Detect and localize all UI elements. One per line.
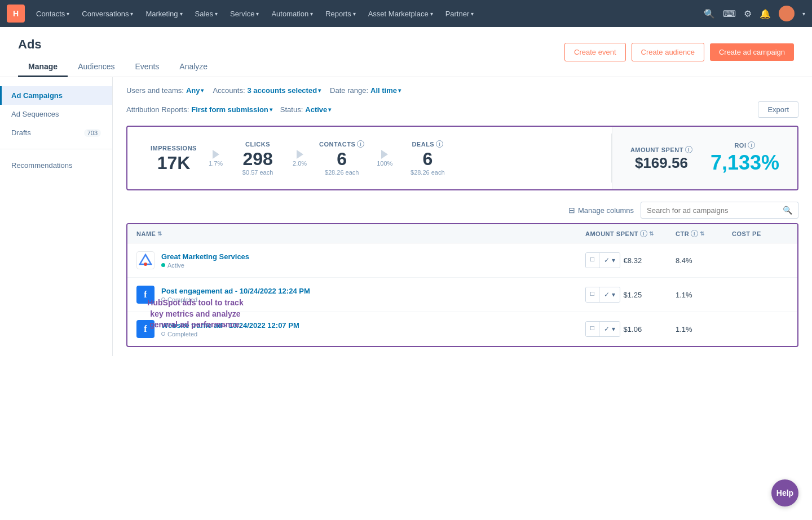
roi-metric: ROI i 7,133% [710,141,779,175]
tab-events[interactable]: Events [125,57,170,77]
settings-icon[interactable]: ⚙ [744,8,752,19]
sidebar-item-ad-campaigns[interactable]: Ad Campaigns [0,86,112,105]
nav-asset-marketplace[interactable]: Asset Marketplace ▾ [363,7,439,20]
chevron-down-icon: ▾ [398,87,401,94]
roi-info-icon[interactable]: i [748,141,755,149]
chevron-down-icon: ▾ [328,106,331,113]
metrics-card: IMPRESSIONS 17K 1.7% CLICKS [126,126,798,190]
columns-icon: ⊟ [568,206,575,215]
row-action-dropdown-2[interactable]: ✓ ▾ [599,287,619,302]
tab-manage[interactable]: Manage [18,57,68,77]
row-action-dropdown-1[interactable]: ✓ ▾ [599,253,619,268]
deals-label: DEALS i [412,140,443,148]
campaign-name-3[interactable]: Website traffic ad - 10/24/2022 12:07 PM [161,321,299,330]
date-range-value[interactable]: All time ▾ [370,86,401,95]
users-teams-value[interactable]: Any ▾ [186,86,204,95]
manage-columns-button[interactable]: ⊟ Manage columns [568,206,634,215]
campaign-name-1[interactable]: Great Marketing Services [161,252,249,261]
filters-bar: Users and teams: Any ▾ Accounts: 3 accou… [126,86,798,95]
hubspot-logo[interactable]: H [7,5,25,23]
contacts-label: CONTACTS i [319,140,364,148]
keyboard-icon[interactable]: ⌨ [723,8,736,19]
notifications-icon[interactable]: 🔔 [760,8,771,19]
table-row: f Post engagement ad - 10/24/2022 12:24 … [127,278,797,312]
chevron-down-icon: ▾ [353,11,356,17]
deals-info-icon[interactable]: i [436,140,443,148]
accounts-label: Accounts: [213,86,245,95]
sort-icon[interactable]: ⇅ [700,230,705,237]
chevron-down-icon: ▾ [310,11,313,17]
nav-automation[interactable]: Automation ▾ [266,7,319,20]
deals-value: 6 [422,150,433,168]
row-action-left-1[interactable]: □ [586,253,599,268]
impressions-to-clicks-arrow: 1.7% [202,150,230,167]
sidebar-item-drafts[interactable]: Drafts 703 [0,123,112,142]
sidebar-item-ad-sequences[interactable]: Ad Sequences [0,105,112,123]
impressions-to-clicks-pct: 1.7% [209,160,223,167]
search-icon[interactable]: 🔍 [704,8,715,19]
nav-contacts[interactable]: Contacts ▾ [30,7,75,20]
attribution-filter: Attribution Reports: First form submissi… [126,105,272,114]
nav-partner[interactable]: Partner ▾ [440,7,480,20]
row-action-left-2[interactable]: □ [586,287,599,302]
amount-spent-col-info-icon[interactable]: i [640,230,647,237]
accounts-value[interactable]: 3 accounts selected ▾ [248,86,321,95]
amount-cell-1: □ ✓ ▾ €8.32 [585,252,676,268]
nav-reports[interactable]: Reports ▾ [320,7,361,20]
nav-sales[interactable]: Sales ▾ [189,7,224,20]
status-label: Status: [280,105,303,114]
row-action-dropdown-3[interactable]: ✓ ▾ [599,322,619,336]
status-value[interactable]: Active ▾ [305,105,331,114]
chevron-down-icon: ▾ [471,11,474,17]
chevron-down-icon[interactable]: ▾ [802,11,805,17]
help-button[interactable]: Help [771,479,798,506]
nav-marketing[interactable]: Marketing ▾ [140,7,188,20]
campaign-name-2[interactable]: Post engagement ad - 10/24/2022 12:24 PM [161,287,310,295]
filters-row2-left: Attribution Reports: First form submissi… [126,105,331,114]
amount-spent-info-icon[interactable]: i [685,146,692,153]
completed-status-dot [161,332,165,336]
search-input[interactable] [647,206,779,215]
create-ad-campaign-button[interactable]: Create ad campaign [710,43,794,61]
page-tabs: Manage Audiences Events Analyze [18,57,218,77]
search-icon: 🔍 [783,206,792,215]
arrow-icon [381,150,388,159]
campaign-cell-3: f Website traffic ad - 10/24/2022 12:07 … [136,320,585,338]
arrow-icon [213,150,219,159]
sidebar-item-recommendations[interactable]: Recommendations [0,156,112,175]
ctr-col-info-icon[interactable]: i [691,230,698,237]
sort-icon[interactable]: ⇅ [157,230,162,237]
amount-cell-3: □ ✓ ▾ $1.06 [585,321,676,337]
accounts-filter: Accounts: 3 accounts selected ▾ [213,86,321,95]
nav-service[interactable]: Service ▾ [224,7,264,20]
impressions-value: 17K [157,154,191,172]
content-area: Ad Campaigns Ad Sequences Drafts 703 Rec… [0,77,812,356]
row-action-left-3[interactable]: □ [586,322,599,336]
contacts-sub: $28.26 each [325,169,359,176]
status-filter: Status: Active ▾ [280,105,332,114]
campaign-cell-2: f Post engagement ad - 10/24/2022 12:24 … [136,286,585,304]
campaign-status-3: Completed [161,331,299,337]
table-row: f Website traffic ad - 10/24/2022 12:07 … [127,312,797,346]
clicks-to-contacts-arrow: 2.0% [286,150,314,167]
table-row: Great Marketing Services Active □ [127,243,797,278]
sort-icon[interactable]: ⇅ [649,230,654,237]
contacts-info-icon[interactable]: i [357,140,364,148]
topnav-right-icons: 🔍 ⌨ ⚙ 🔔 ▾ [704,6,805,21]
th-name: NAME ⇅ [136,230,585,237]
amount-spent-metric: AMOUNT SPENT i $169.56 [630,146,692,170]
chevron-down-icon: ▾ [318,87,321,94]
attribution-value[interactable]: First form submission ▾ [191,105,272,114]
clicks-value: 298 [242,150,272,168]
clicks-sub: $0.57 each [242,169,273,176]
tab-analyze[interactable]: Analyze [169,57,218,77]
create-audience-button[interactable]: Create audience [632,43,704,61]
tab-audiences[interactable]: Audiences [68,57,125,77]
user-avatar[interactable] [779,6,795,21]
nav-conversations[interactable]: Conversations ▾ [76,7,139,20]
top-navigation: H Contacts ▾ Conversations ▾ Marketing ▾… [0,0,812,27]
create-event-button[interactable]: Create event [564,43,625,61]
deals-sub: $28.26 each [411,169,445,176]
contacts-to-deals-pct: 100% [377,160,392,167]
export-button[interactable]: Export [758,101,798,118]
